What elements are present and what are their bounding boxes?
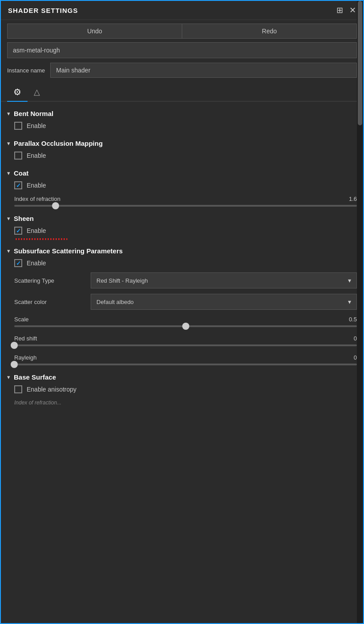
scale-label: Scale — [14, 316, 29, 323]
section-title-parallax: Parallax Occlusion Mapping — [14, 140, 103, 147]
coat-ior-label: Index of refraction — [14, 196, 60, 202]
red-shift-label: Red shift — [14, 335, 37, 342]
section-header-bent-normal[interactable]: ▾ Bent Normal — [7, 106, 357, 119]
scatter-color-value: Default albedo — [96, 299, 134, 305]
rayleigh-thumb[interactable] — [11, 361, 18, 368]
coat-ior-value: 1.6 — [349, 196, 357, 202]
scale-value: 0.5 — [349, 316, 357, 323]
instance-name-row: Instance name — [1, 60, 363, 80]
undo-redo-row: Undo Redo — [1, 20, 363, 40]
subsurface-enable-label: Enable — [27, 260, 46, 267]
scatter-color-row: Scatter color Default albedo ▾ — [14, 291, 357, 312]
parallax-enable-label: Enable — [27, 152, 46, 159]
scatter-color-dropdown[interactable]: Default albedo ▾ — [91, 294, 357, 310]
section-header-coat[interactable]: ▾ Coat — [7, 166, 357, 179]
bent-normal-enable-row: Enable — [14, 119, 357, 132]
section-header-base-surface[interactable]: ▾ Base Surface — [7, 370, 357, 383]
rayleigh-slider[interactable] — [14, 364, 357, 365]
scattering-type-arrow: ▾ — [348, 277, 351, 284]
chevron-parallax: ▾ — [7, 140, 10, 147]
section-subsurface: ▾ Subsurface Scattering Parameters Enabl… — [7, 244, 357, 365]
scattering-type-value: Red Shift - Rayleigh — [96, 277, 148, 284]
section-title-subsurface: Subsurface Scattering Parameters — [14, 247, 123, 255]
undo-button[interactable]: Undo — [7, 24, 182, 39]
chevron-bent-normal: ▾ — [7, 110, 10, 117]
title-bar-icons: ⊞ ✕ — [336, 5, 356, 15]
section-header-subsurface[interactable]: ▾ Subsurface Scattering Parameters — [7, 244, 357, 256]
coat-enable-label: Enable — [27, 182, 46, 189]
index-of-refraction-truncated-row: Index of refraction... — [14, 396, 357, 407]
title-bar: SHADER SETTINGS ⊞ ✕ — [1, 1, 363, 20]
shader-name-row — [1, 40, 363, 60]
section-title-sheen: Sheen — [14, 215, 34, 222]
scattering-type-label: Scattering Type — [14, 277, 85, 284]
section-body-sheen: Enable — [7, 224, 357, 240]
section-header-parallax[interactable]: ▾ Parallax Occlusion Mapping — [7, 136, 357, 149]
sheen-enable-checkbox[interactable] — [14, 227, 22, 235]
index-of-refraction-truncated-label: Index of refraction... — [14, 400, 61, 406]
base-surface-anisotropy-row: Enable anisotropy — [14, 383, 357, 396]
scatter-color-label: Scatter color — [14, 299, 85, 305]
red-shift-slider[interactable] — [14, 344, 357, 346]
panel-title: SHADER SETTINGS — [8, 7, 78, 14]
instance-name-label: Instance name — [7, 67, 45, 74]
close-icon[interactable]: ✕ — [349, 5, 356, 15]
coat-enable-row: Enable — [14, 179, 357, 192]
coat-enable-checkbox[interactable] — [14, 181, 22, 189]
scattering-type-row: Scattering Type Red Shift - Rayleigh ▾ — [14, 270, 357, 291]
scrollbar-thumb[interactable] — [358, 1, 362, 125]
rayleigh-row: Rayleigh 0 — [14, 351, 357, 362]
settings-icon: ⚙ — [13, 87, 21, 97]
scattering-type-dropdown[interactable]: Red Shift - Rayleigh ▾ — [91, 272, 357, 288]
base-surface-anisotropy-label: Enable anisotropy — [27, 386, 76, 393]
grid-icon[interactable]: ⊞ — [336, 5, 343, 15]
shape-icon: △ — [34, 88, 40, 96]
base-surface-anisotropy-checkbox[interactable] — [14, 385, 22, 393]
red-shift-value: 0 — [354, 335, 357, 342]
section-base-surface: ▾ Base Surface Enable anisotropy Index o… — [7, 370, 357, 407]
scale-thumb[interactable] — [182, 323, 189, 330]
section-coat: ▾ Coat Enable Index of refraction 1.6 — [7, 166, 357, 207]
section-body-parallax: Enable — [7, 149, 357, 162]
bent-normal-enable-checkbox[interactable] — [14, 122, 22, 130]
shader-settings-panel: SHADER SETTINGS ⊞ ✕ Undo Redo Instance n… — [0, 0, 364, 624]
section-title-base-surface: Base Surface — [14, 373, 56, 381]
subsurface-enable-row: Enable — [14, 256, 357, 270]
chevron-base-surface: ▾ — [7, 374, 10, 380]
sheen-enable-row: Enable — [14, 224, 357, 237]
scrollbar-track[interactable] — [357, 1, 363, 623]
section-bent-normal: ▾ Bent Normal Enable — [7, 106, 357, 132]
section-body-base-surface: Enable anisotropy Index of refraction... — [7, 383, 357, 407]
section-title-coat: Coat — [14, 169, 28, 177]
scale-slider[interactable] — [14, 325, 357, 327]
scale-row: Scale 0.5 — [14, 312, 357, 324]
chevron-sheen: ▾ — [7, 215, 10, 222]
coat-ior-slider[interactable] — [14, 205, 357, 207]
coat-ior-thumb[interactable] — [52, 202, 59, 209]
section-title-bent-normal: Bent Normal — [14, 110, 53, 117]
sheen-squiggle — [14, 238, 68, 240]
scatter-color-arrow: ▾ — [348, 298, 351, 305]
parallax-enable-checkbox[interactable] — [14, 152, 22, 160]
section-header-sheen[interactable]: ▾ Sheen — [7, 211, 357, 224]
red-shift-row: Red shift 0 — [14, 332, 357, 343]
rayleigh-label: Rayleigh — [14, 354, 37, 361]
instance-name-input[interactable] — [50, 63, 357, 78]
chevron-subsurface: ▾ — [7, 248, 10, 254]
tab-settings[interactable]: ⚙ — [7, 83, 28, 102]
redo-button[interactable]: Redo — [182, 24, 357, 39]
coat-ior-row: Index of refraction 1.6 — [14, 192, 357, 203]
shader-name-input[interactable] — [7, 42, 357, 58]
bent-normal-enable-label: Enable — [27, 122, 46, 129]
content-area: ▾ Bent Normal Enable ▾ Parallax Occlusio… — [1, 102, 363, 623]
rayleigh-value: 0 — [354, 354, 357, 361]
red-shift-thumb[interactable] — [11, 342, 18, 349]
chevron-coat: ▾ — [7, 170, 10, 176]
tabs-row: ⚙ △ — [1, 80, 363, 102]
tab-shape[interactable]: △ — [28, 83, 46, 101]
subsurface-enable-checkbox[interactable] — [14, 259, 22, 267]
section-body-bent-normal: Enable — [7, 119, 357, 132]
section-sheen: ▾ Sheen Enable — [7, 211, 357, 240]
section-parallax: ▾ Parallax Occlusion Mapping Enable — [7, 136, 357, 162]
section-body-coat: Enable Index of refraction 1.6 — [7, 179, 357, 207]
